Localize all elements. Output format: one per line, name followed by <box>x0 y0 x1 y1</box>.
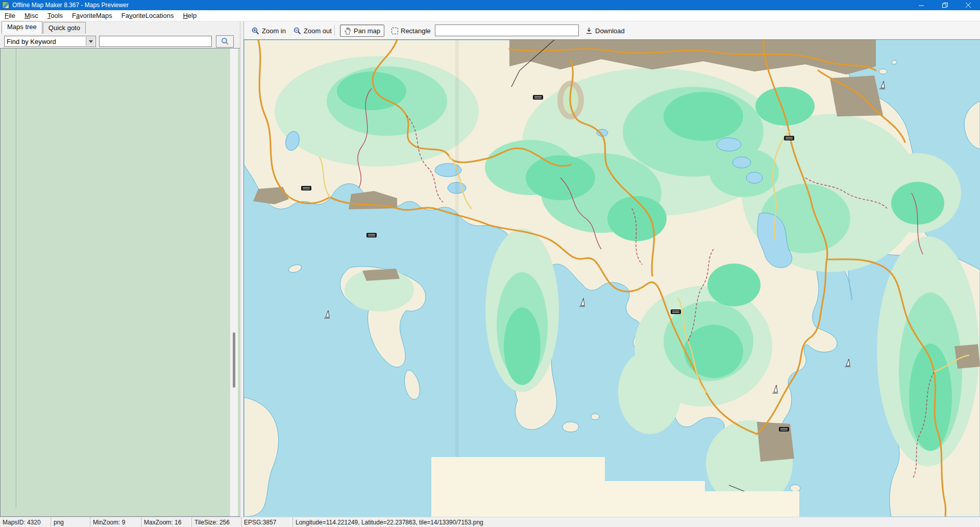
zoom-in-icon <box>252 27 259 35</box>
maps-tree-container <box>0 48 240 517</box>
find-mode-dropdown[interactable]: Find by Keyword <box>4 36 96 47</box>
magnifier-icon <box>221 37 229 45</box>
legend-recreation <box>679 491 799 517</box>
app-icon <box>2 2 9 9</box>
status-tile-size: TileSize: 256 <box>192 517 241 527</box>
status-coordinates: Longitude=114.221249, Latitude=22.237863… <box>293 517 980 527</box>
tab-maps-tree[interactable]: Maps tree <box>2 21 42 34</box>
map-toolbar: Zoom in Zoom out Pan map Rectangle Downl… <box>244 21 980 40</box>
zoom-out-icon <box>293 27 301 35</box>
window-title: Offline Map Maker 8.367 - Maps Previewer <box>12 2 129 9</box>
map-pane: Zoom in Zoom out Pan map Rectangle Downl… <box>244 21 980 517</box>
find-mode-value: Find by Keyword <box>7 38 56 45</box>
rectangle-icon <box>391 28 398 34</box>
menu-favoritemaps[interactable]: FavoriteMaps <box>67 11 117 20</box>
status-max-zoom: MaxZoom: 16 <box>141 517 192 527</box>
zoom-in-button[interactable]: Zoom in <box>248 25 289 37</box>
menu-bar: FileMiscToolsFavoriteMapsFavoriteLocatio… <box>0 10 980 21</box>
menu-misc[interactable]: Misc <box>20 11 43 20</box>
status-bar: MapsID: 4320 png MinZoom: 9 MaxZoom: 16 … <box>0 517 980 527</box>
zoom-out-button[interactable]: Zoom out <box>290 25 335 37</box>
legend-roads <box>431 457 605 517</box>
status-maps-id: MapsID: 4320 <box>0 517 51 527</box>
tree-scrollbar-thumb[interactable] <box>233 332 235 388</box>
minimize-button[interactable] <box>910 0 933 10</box>
menu-tools[interactable]: Tools <box>43 11 67 20</box>
title-bar: Offline Map Maker 8.367 - Maps Previewer <box>0 0 980 10</box>
download-label: Download <box>595 27 625 35</box>
download-button[interactable]: Download <box>582 25 628 37</box>
rectangle-button[interactable]: Rectangle <box>388 25 434 37</box>
search-row: Find by Keyword <box>0 34 240 48</box>
close-button[interactable] <box>957 0 980 10</box>
hand-icon <box>344 27 351 35</box>
sidebar-panel: Maps tree Quick goto Find by Keyword <box>0 21 240 517</box>
pan-map-button[interactable]: Pan map <box>340 25 384 37</box>
status-format: png <box>51 517 90 527</box>
status-epsg: EPSG:3857 <box>241 517 293 527</box>
menu-file[interactable]: File <box>0 11 20 20</box>
download-range-input[interactable] <box>435 25 579 36</box>
menu-help[interactable]: Help <box>178 11 201 20</box>
zoom-in-label: Zoom in <box>262 27 286 35</box>
map-fold-seam <box>455 40 459 517</box>
toolbar-separator <box>334 25 335 36</box>
tree-scrollbar[interactable] <box>230 49 238 516</box>
restore-button[interactable] <box>933 0 957 10</box>
menu-favoritelocations[interactable]: FavoriteLocations <box>117 11 179 20</box>
splitter[interactable] <box>240 21 244 517</box>
map-viewport[interactable] <box>244 40 980 517</box>
rectangle-label: Rectangle <box>401 27 431 35</box>
status-min-zoom: MinZoom: 9 <box>90 517 141 527</box>
maps-tree-list <box>1 49 230 516</box>
pan-map-label: Pan map <box>354 27 380 35</box>
chevron-down-icon[interactable] <box>86 37 95 46</box>
download-icon <box>585 27 593 34</box>
sidebar-tabs: Maps tree Quick goto <box>0 21 86 34</box>
zoom-out-label: Zoom out <box>304 27 332 35</box>
search-button[interactable] <box>216 35 234 47</box>
tab-quick-goto[interactable]: Quick goto <box>43 22 86 34</box>
map-canvas[interactable] <box>244 40 980 517</box>
keyword-input[interactable] <box>99 36 212 47</box>
